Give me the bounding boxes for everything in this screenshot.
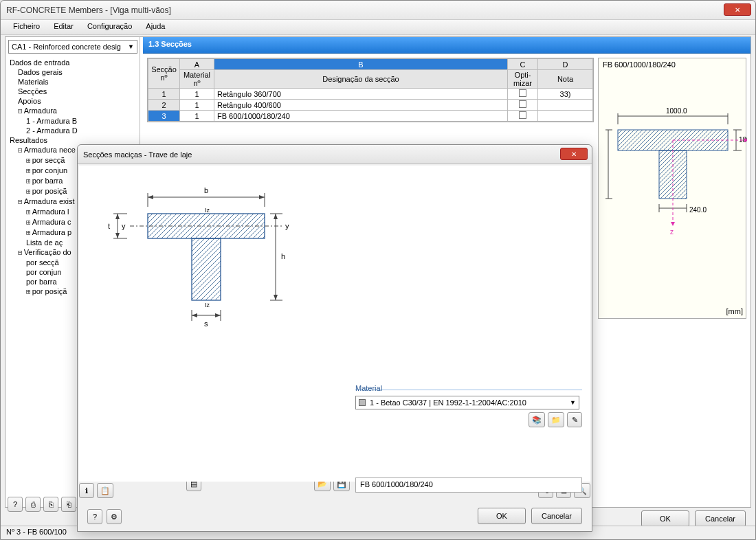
col-B: B: [214, 59, 508, 70]
tree-armadura-b[interactable]: 1 - Armadura B: [5, 116, 140, 126]
tree-armadura[interactable]: ⊟Armadura: [5, 106, 140, 116]
svg-text:Iz: Iz: [205, 302, 210, 308]
checkbox-icon[interactable]: [519, 111, 526, 119]
material-new-button[interactable]: 📁: [548, 412, 564, 427]
material-swatch-icon: [359, 399, 366, 406]
svg-text:z: z: [670, 228, 674, 236]
tree-resultados[interactable]: Resultados: [5, 135, 140, 145]
col-material: Material nº: [180, 70, 214, 89]
dialog-preview-drawing: b t h s Iz Iz y y: [79, 166, 303, 350]
dialog-cancel-button[interactable]: Cancelar: [531, 508, 582, 524]
col-note: Nota: [538, 70, 593, 89]
main-button-row: OK Cancelar: [641, 510, 746, 527]
table-row[interactable]: 2 1 Retângulo 400/600: [148, 100, 593, 111]
main-cancel-button[interactable]: Cancelar: [695, 510, 746, 527]
chevron-down-icon: ▼: [128, 43, 134, 50]
dialog-options-button[interactable]: ⚙: [107, 509, 122, 524]
dialog-ok-button[interactable]: OK: [478, 508, 526, 524]
menu-help[interactable]: Ajuda: [139, 20, 172, 34]
svg-marker-37: [148, 195, 153, 199]
svg-marker-49: [274, 214, 278, 219]
material-combo[interactable]: 1 - Betao C30/37 | EN 1992-1-1:2004/AC:2…: [355, 396, 579, 409]
main-ok-button[interactable]: OK: [641, 510, 689, 527]
preview-label: FB 600/1000/180/240: [603, 60, 676, 69]
col-designation: Designação da secção: [214, 70, 508, 89]
menu-file[interactable]: Ficheiro: [6, 20, 47, 34]
col-optimize: Opti- mizar: [508, 70, 538, 89]
tree-apoios[interactable]: Apoios: [5, 96, 140, 106]
svg-marker-43: [115, 214, 120, 219]
menu-bar: Ficheiro Editar Configuração Ajuda: [1, 20, 755, 35]
dialog-help-button[interactable]: ?: [87, 509, 102, 524]
svg-text:600.0: 600.0: [599, 150, 600, 168]
dialog-titlebar[interactable]: Secções maciças - Trave de laje ✕: [78, 145, 592, 164]
section-preview: FB 600/1000/180/240 1000.0 180.0 600.0 2…: [598, 58, 746, 319]
main-close-button[interactable]: ✕: [724, 3, 751, 16]
svg-text:y: y: [122, 222, 126, 230]
svg-text:1000.0: 1000.0: [666, 107, 687, 115]
preview-unit: [mm]: [726, 307, 743, 315]
svg-marker-50: [274, 295, 278, 300]
dialog-left-buttons: ? ⚙: [87, 509, 122, 524]
checkbox-icon[interactable]: [519, 89, 526, 97]
toolbar-button-1[interactable]: ⎙: [25, 497, 41, 512]
main-titlebar[interactable]: RF-CONCRETE Members - [Viga multi-vãos] …: [1, 1, 755, 20]
col-A: A: [180, 59, 214, 70]
col-section-no: Secção nº: [148, 59, 180, 89]
preview-info-button[interactable]: ℹ: [79, 483, 94, 498]
checkbox-icon[interactable]: [519, 100, 526, 108]
group-material: Material 1 - Betao C30/37 | EN 1992-1-1:…: [355, 390, 582, 440]
section-dialog: Secções maciças - Trave de laje ✕ Tipo d…: [77, 144, 592, 532]
dialog-preview: b t h s Iz Iz y y: [85, 171, 311, 377]
dialog-buttons: OK Cancelar: [478, 508, 582, 524]
col-D: D: [538, 59, 593, 70]
chevron-down-icon: ▼: [570, 399, 576, 406]
svg-marker-56: [215, 313, 221, 317]
sections-table: Secção nº A B C D Material nº Designação…: [147, 58, 594, 122]
menu-config[interactable]: Configuração: [80, 20, 139, 34]
dialog-close-button[interactable]: ✕: [560, 148, 588, 160]
toolbar-bottom: ? ⎙ ⎘ ⎗: [8, 497, 76, 512]
help-button[interactable]: ?: [8, 497, 23, 512]
table-row[interactable]: 1 1 Retângulo 360/700 33): [148, 89, 593, 100]
svg-text:y: y: [285, 222, 289, 230]
svg-marker-44: [115, 233, 120, 238]
sections-header: 1.3 Secções: [143, 37, 751, 54]
material-edit-button[interactable]: ✎: [567, 412, 582, 427]
material-library-button[interactable]: 📚: [529, 412, 545, 427]
tree-dados-entrada[interactable]: Dados de entrada: [5, 58, 140, 67]
svg-text:240.0: 240.0: [689, 206, 707, 214]
tree-materiais[interactable]: Materiais: [5, 77, 140, 87]
designation-field[interactable]: FB 600/1000/180/240: [355, 477, 582, 493]
table-row-selected[interactable]: 3 1 FB 600/1000/180/240: [148, 111, 593, 122]
tree-seccoes[interactable]: Secções: [5, 87, 140, 96]
toolbar-button-3[interactable]: ⎗: [61, 497, 76, 512]
col-C: C: [508, 59, 538, 70]
svg-marker-22: [671, 222, 675, 226]
svg-marker-55: [192, 313, 197, 317]
case-combo[interactable]: CA1 - Reinforced concrete desig▼: [8, 40, 137, 54]
svg-rect-33: [192, 238, 221, 300]
svg-text:t: t: [108, 222, 110, 230]
toolbar-button-2[interactable]: ⎘: [43, 497, 58, 512]
svg-text:s: s: [204, 319, 208, 328]
svg-text:h: h: [281, 252, 285, 260]
dialog-body: Tipo de secção: [78, 164, 592, 501]
app-title: RF-CONCRETE Members - [Viga multi-vãos]: [6, 5, 171, 15]
preview-drawing: 1000.0 180.0 600.0 240.0 y z: [599, 75, 747, 308]
preview-copy-button[interactable]: 📋: [97, 483, 113, 498]
svg-text:Iz: Iz: [205, 207, 210, 214]
dialog-title: Secções maciças - Trave de laje: [83, 150, 192, 159]
svg-marker-38: [259, 195, 265, 199]
menu-edit[interactable]: Editar: [47, 20, 80, 34]
tree-armadura-d[interactable]: 2 - Armadura D: [5, 126, 140, 135]
tree-dados-gerais[interactable]: Dados gerais: [5, 67, 140, 77]
svg-text:b: b: [204, 186, 208, 194]
